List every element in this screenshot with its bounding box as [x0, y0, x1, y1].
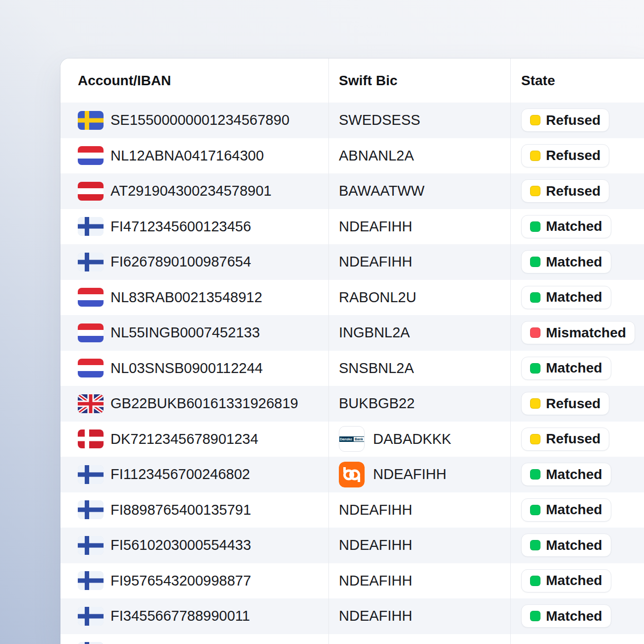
bic-text: NDEAFIHH	[373, 466, 446, 483]
state-cell	[510, 634, 644, 644]
account-iban-cell: FI5610203000554433	[60, 528, 328, 563]
table-row[interactable]: NL03SNSB0900112244SNSBNL2AMatched	[60, 351, 644, 386]
swift-bic-cell: DanskeBankDABADKKK	[328, 422, 510, 457]
iban-text: FI5610203000554433	[110, 537, 251, 553]
state-cell: Matched	[510, 457, 644, 492]
status-badge: Matched	[521, 534, 611, 557]
bic-text: NDEAFIHH	[339, 218, 412, 235]
bic-text: SWEDSESS	[339, 112, 420, 128]
account-iban-cell: FI9576543200998877	[60, 563, 328, 599]
sweden-flag-icon	[78, 111, 104, 130]
table-row[interactable]: AT291904300234578901BAWAATWWRefused	[60, 173, 644, 209]
status-dot-icon	[530, 363, 540, 374]
table-row[interactable]: FI8898765400135791NDEAFIHHMatched	[60, 492, 644, 528]
status-dot-icon	[530, 540, 540, 550]
status-label: Mismatched	[546, 325, 626, 341]
iban-text: FI8898765400135791	[110, 502, 251, 518]
table-row[interactable]	[60, 634, 644, 644]
swift-bic-cell: NDEAFIHH	[328, 244, 510, 280]
table-row[interactable]: GB22BUKB60161331926819BUKBGB22Refused	[60, 386, 644, 422]
state-cell: Refused	[510, 173, 644, 209]
bic-text: NDEAFIHH	[339, 537, 412, 553]
table-row[interactable]: FI3455667788990011NDEAFIHHMatched	[60, 598, 644, 634]
status-label: Matched	[546, 608, 602, 624]
state-cell: Matched	[510, 528, 644, 563]
status-dot-icon	[530, 505, 540, 515]
finland-flag-icon	[78, 253, 104, 271]
status-badge: Matched	[521, 250, 611, 273]
bic-text: SNSBNL2A	[339, 360, 414, 376]
iban-text: FI4712345600123456	[110, 218, 251, 235]
account-iban-cell: DK7212345678901234	[60, 422, 328, 457]
finland-flag-icon	[78, 217, 104, 236]
iban-text: SE15500000001234567890	[110, 112, 289, 128]
danske-bank-logo: DanskeBank	[339, 426, 365, 452]
finland-flag-icon	[78, 465, 104, 484]
status-label: Refused	[546, 396, 600, 412]
status-label: Refused	[546, 112, 600, 128]
column-header-label: Account/IBAN	[78, 73, 171, 89]
column-header-state: State	[510, 58, 644, 103]
iban-text: NL12ABNA0417164300	[110, 148, 264, 164]
table-row[interactable]: SE15500000001234567890SWEDSESSRefused	[60, 103, 644, 138]
table-body: SE15500000001234567890SWEDSESSRefusedNL1…	[60, 103, 644, 644]
status-badge: Refused	[521, 179, 609, 203]
netherlands-flag-icon	[78, 288, 104, 307]
danske-bank-wordmark: DanskeBank	[339, 436, 365, 442]
finland-flag-icon	[78, 500, 104, 519]
swift-bic-cell: BAWAATWW	[328, 173, 510, 209]
status-label: Matched	[546, 502, 602, 518]
iban-text: GB22BUKB60161331926819	[110, 395, 298, 412]
account-iban-cell: FI3455667788990011	[60, 598, 328, 634]
state-cell: Matched	[510, 244, 644, 280]
bic-text: INGBNL2A	[339, 324, 410, 341]
table-row[interactable]: DK7212345678901234DanskeBankDABADKKKRefu…	[60, 422, 644, 457]
account-iban-cell: GB22BUKB60161331926819	[60, 386, 328, 422]
status-dot-icon	[530, 257, 540, 267]
status-dot-icon	[530, 611, 540, 621]
state-cell: Refused	[510, 422, 644, 457]
finland-flag-icon	[78, 571, 104, 590]
iban-text: FI3455667788990011	[110, 608, 250, 624]
status-label: Matched	[546, 218, 602, 234]
status-badge: Matched	[521, 286, 611, 309]
bic-text: NDEAFIHH	[339, 608, 412, 624]
status-dot-icon	[530, 434, 540, 444]
table-row[interactable]: NL12ABNA0417164300ABNANL2ARefused	[60, 138, 644, 174]
status-badge: Matched	[521, 463, 611, 486]
iban-text: AT291904300234578901	[110, 183, 271, 199]
account-iban-cell: NL55INGB0007452133	[60, 315, 328, 351]
column-header-swift-bic: Swift Bic	[328, 58, 510, 103]
account-iban-cell: SE15500000001234567890	[60, 103, 328, 138]
account-iban-cell: NL12ABNA0417164300	[60, 138, 328, 174]
iban-text: FI9576543200998877	[110, 573, 251, 589]
table-header-row: Account/IBAN Swift Bic State	[60, 58, 644, 103]
swift-bic-cell: ABNANL2A	[328, 138, 510, 174]
swift-bic-cell: NDEAFIHH	[328, 209, 510, 245]
account-iban-cell: AT291904300234578901	[60, 173, 328, 209]
status-dot-icon	[530, 576, 540, 586]
table-row[interactable]: NL55INGB0007452133INGBNL2AMismatched	[60, 315, 644, 351]
status-label: Matched	[546, 573, 602, 589]
state-cell: Matched	[510, 598, 644, 634]
table-row[interactable]: FI9576543200998877NDEAFIHHMatched	[60, 563, 644, 599]
swift-bic-cell: SWEDSESS	[328, 103, 510, 138]
iban-text: FI1123456700246802	[110, 466, 250, 483]
table-row[interactable]: FI1123456700246802NDEAFIHHMatched	[60, 457, 644, 492]
bic-text: RABONL2U	[339, 289, 416, 306]
column-header-account-iban: Account/IBAN	[60, 58, 328, 103]
netherlands-flag-icon	[78, 146, 104, 165]
table-row[interactable]: FI6267890100987654NDEAFIHHMatched	[60, 244, 644, 280]
bic-text: NDEAFIHH	[339, 254, 412, 270]
austria-flag-icon	[78, 182, 104, 201]
table-row[interactable]: FI4712345600123456NDEAFIHHMatched	[60, 209, 644, 245]
netherlands-flag-icon	[78, 359, 104, 377]
table-row[interactable]: NL83RAB00213548912RABONL2UMatched	[60, 280, 644, 316]
table-row[interactable]: FI5610203000554433NDEAFIHHMatched	[60, 528, 644, 563]
status-dot-icon	[530, 151, 540, 161]
status-label: Matched	[546, 289, 602, 305]
status-label: Matched	[546, 254, 602, 270]
swift-bic-cell: BUKBGB22	[328, 386, 510, 422]
bic-text: ABNANL2A	[339, 148, 414, 164]
column-header-label: Swift Bic	[339, 73, 397, 89]
